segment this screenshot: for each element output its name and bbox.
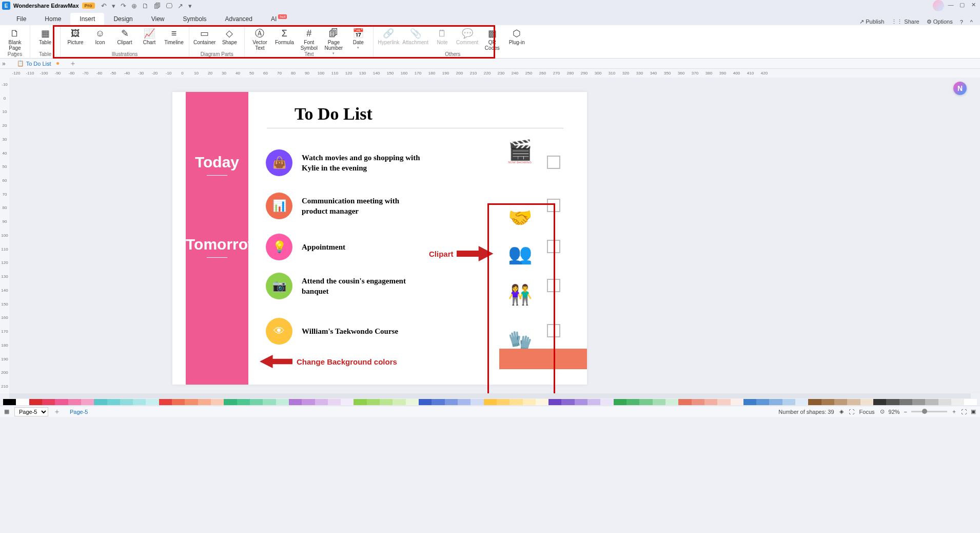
ribbon-formula[interactable]: ΣFormula <box>273 27 295 51</box>
qat-item[interactable]: ↷ <box>121 2 126 10</box>
swatch[interactable] <box>94 399 107 405</box>
swatch[interactable] <box>133 399 146 405</box>
swatch[interactable] <box>406 399 419 405</box>
swatch[interactable] <box>354 399 366 405</box>
swatch[interactable] <box>198 399 211 405</box>
swatch[interactable] <box>834 399 847 405</box>
page-layout-icon[interactable]: ▦ <box>4 408 9 415</box>
ribbon-table[interactable]: ▦Table <box>34 27 56 51</box>
swatch[interactable] <box>315 399 328 405</box>
swatch[interactable] <box>302 399 315 405</box>
document-tab[interactable]: 📋 To Do List <box>12 59 64 68</box>
swatch[interactable] <box>575 399 587 405</box>
swatch[interactable] <box>263 399 276 405</box>
qat-item[interactable]: 🗋 <box>142 2 149 10</box>
swatch[interactable] <box>808 399 821 405</box>
page-dropdown[interactable]: Page-5 <box>14 407 48 416</box>
ribbon-date[interactable]: 📅Date▾ <box>347 27 369 51</box>
swatch[interactable] <box>367 399 380 405</box>
ribbon-plug-in[interactable]: ⬡Plug-in <box>506 27 527 51</box>
ribbon-qr-codes[interactable]: ▩QRCodes <box>481 27 503 51</box>
minimize-icon[interactable]: — <box>946 0 955 9</box>
qat-item[interactable]: ⊕ <box>131 2 137 10</box>
task-checkbox[interactable] <box>547 240 560 253</box>
swatch[interactable] <box>561 399 574 405</box>
swatch[interactable] <box>55 399 68 405</box>
swatch[interactable] <box>951 399 964 405</box>
swatch[interactable] <box>393 399 405 405</box>
menu-right-Share[interactable]: ⋮⋮ Share <box>891 18 919 25</box>
page-tab[interactable]: Page-5 <box>70 409 88 415</box>
swatch[interactable] <box>821 399 834 405</box>
menu-symbols[interactable]: Symbols <box>174 13 216 25</box>
swatch[interactable] <box>925 399 938 405</box>
swatch[interactable] <box>497 399 509 405</box>
maximize-icon[interactable]: ▢ <box>957 0 967 9</box>
swatch[interactable] <box>860 399 873 405</box>
swatch[interactable] <box>665 399 678 405</box>
swatch[interactable] <box>769 399 782 405</box>
ribbon-page-number[interactable]: 🗐PageNumber▾ <box>323 27 344 51</box>
swatch[interactable] <box>587 399 600 405</box>
swatch[interactable] <box>600 399 613 405</box>
swatch[interactable] <box>237 399 250 405</box>
swatch[interactable] <box>250 399 263 405</box>
swatch[interactable] <box>81 399 94 405</box>
menu-insert[interactable]: Insert <box>70 13 104 25</box>
swatch[interactable] <box>185 399 198 405</box>
fit-page-icon[interactable]: ⛶ <box>961 409 967 415</box>
swatch[interactable] <box>146 399 159 405</box>
ribbon-shape[interactable]: ◇Shape <box>219 27 240 51</box>
swatch[interactable] <box>432 399 444 405</box>
menu-file[interactable]: File <box>7 13 35 25</box>
zoom-in-icon[interactable]: ＋ <box>951 408 957 415</box>
avatar-icon[interactable] <box>933 0 944 11</box>
qat-item[interactable]: ▾ <box>112 2 115 10</box>
qat-item[interactable]: 🖵 <box>166 2 172 10</box>
ribbon-clipart[interactable]: ✎Clipart <box>114 27 135 51</box>
swatch[interactable] <box>626 399 639 405</box>
horizontal-scrollbar[interactable] <box>9 393 971 398</box>
swatch[interactable] <box>678 399 691 405</box>
menu-ai[interactable]: AIhot <box>262 13 296 25</box>
task-checkbox[interactable] <box>547 279 560 292</box>
add-page-icon[interactable]: ＋ <box>53 407 61 416</box>
swatch[interactable] <box>523 399 536 405</box>
zoom-reset-icon[interactable]: ⊙ <box>880 408 885 415</box>
swatch[interactable] <box>717 399 730 405</box>
ribbon-container[interactable]: ▭Container <box>193 27 215 51</box>
swatch[interactable] <box>639 399 652 405</box>
swatch[interactable] <box>614 399 626 405</box>
swatch[interactable] <box>938 399 951 405</box>
ribbon-font-symbol[interactable]: #FontSymbol▾ <box>298 27 320 51</box>
qat-item[interactable]: ↶ <box>101 2 107 10</box>
canvas[interactable]: Today Tomorrow To Do List 👜Watch movies … <box>9 78 980 393</box>
qat-item[interactable]: ▾ <box>188 2 192 10</box>
swatch[interactable] <box>912 399 925 405</box>
qat-item[interactable]: 🗐 <box>154 2 161 10</box>
ribbon-icon[interactable]: ☺Icon <box>89 27 111 51</box>
fullscreen-icon[interactable]: ▣ <box>971 408 976 415</box>
zoom-slider[interactable] <box>911 411 947 412</box>
expand-icon[interactable]: » <box>2 60 6 67</box>
swatch[interactable] <box>471 399 483 405</box>
swatch[interactable] <box>692 399 704 405</box>
menu-design[interactable]: Design <box>104 13 142 25</box>
swatch[interactable] <box>847 399 860 405</box>
swatch[interactable] <box>419 399 432 405</box>
swatch[interactable] <box>653 399 665 405</box>
zoom-out-icon[interactable]: − <box>904 409 907 415</box>
swatch[interactable] <box>743 399 756 405</box>
swatch[interactable] <box>445 399 458 405</box>
ribbon-vector-text[interactable]: ⒶVectorText <box>249 27 270 51</box>
swatch[interactable] <box>964 399 977 405</box>
ribbon-timeline[interactable]: ≡Timeline <box>163 27 185 51</box>
swatch[interactable] <box>873 399 886 405</box>
swatch[interactable] <box>289 399 302 405</box>
page-select[interactable]: Page-5 <box>14 407 48 416</box>
swatch[interactable] <box>29 399 42 405</box>
swatch[interactable] <box>276 399 289 405</box>
swatch[interactable] <box>172 399 185 405</box>
swatch[interactable] <box>328 399 341 405</box>
swatch[interactable] <box>159 399 172 405</box>
